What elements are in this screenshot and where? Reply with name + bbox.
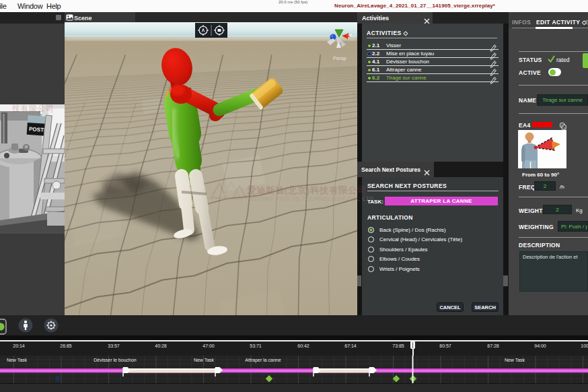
svg-text:Dévisser le bouchon: Dévisser le bouchon	[94, 358, 137, 362]
svg-text:New Task: New Task	[505, 358, 525, 362]
svg-text:Persp: Persp	[333, 55, 346, 61]
svg-text:Attraper la canne: Attraper la canne	[245, 358, 281, 363]
svg-text:New Task: New Task	[194, 358, 215, 362]
svg-text:New Task: New Task	[7, 358, 28, 362]
